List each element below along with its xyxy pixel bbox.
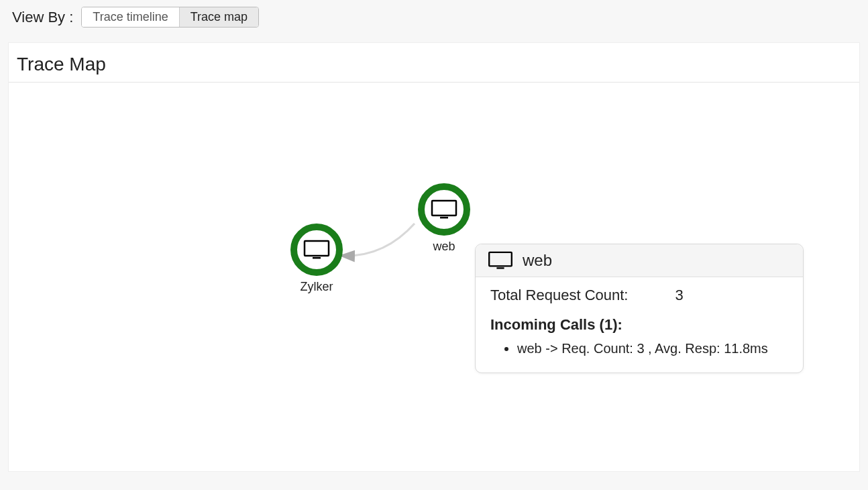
svg-rect-3 bbox=[440, 217, 448, 219]
tab-trace-map[interactable]: Trace map bbox=[179, 7, 258, 27]
node-web-label: web bbox=[433, 240, 455, 254]
tooltip-header: web bbox=[476, 244, 803, 277]
tooltip-incoming-list: web -> Req. Count: 3 , Avg. Resp: 11.8ms bbox=[490, 339, 788, 358]
node-web[interactable]: web bbox=[418, 183, 470, 254]
node-web-circle bbox=[418, 183, 470, 236]
tooltip-total-row: Total Request Count: 3 bbox=[490, 287, 788, 304]
panel-title: Trace Map bbox=[9, 43, 859, 83]
trace-map-panel: Trace Map Zylker bbox=[8, 42, 860, 472]
svg-rect-0 bbox=[305, 241, 329, 256]
view-by-toggle: Trace timeline Trace map bbox=[81, 7, 259, 28]
tooltip-incoming-label: Incoming Calls (1): bbox=[490, 316, 788, 334]
monitor-icon bbox=[431, 199, 457, 219]
node-zylker-label: Zylker bbox=[301, 280, 333, 294]
view-by-toolbar: View By : Trace timeline Trace map bbox=[0, 0, 868, 34]
node-detail-tooltip: web Total Request Count: 3 Incoming Call… bbox=[475, 244, 804, 373]
tooltip-total-label: Total Request Count: bbox=[490, 287, 628, 304]
svg-rect-5 bbox=[496, 267, 504, 268]
tooltip-total-value: 3 bbox=[675, 287, 695, 304]
tooltip-title: web bbox=[523, 251, 552, 270]
trace-map-canvas: Zylker web web Total bbox=[9, 83, 859, 458]
svg-rect-1 bbox=[313, 257, 321, 259]
tab-trace-timeline[interactable]: Trace timeline bbox=[82, 7, 178, 27]
node-zylker-circle bbox=[290, 224, 343, 276]
monitor-icon bbox=[303, 240, 330, 260]
svg-rect-4 bbox=[489, 252, 512, 266]
tooltip-body: Total Request Count: 3 Incoming Calls (1… bbox=[476, 277, 803, 373]
svg-rect-2 bbox=[432, 201, 456, 215]
view-by-label: View By : bbox=[12, 9, 73, 26]
tooltip-incoming-item: web -> Req. Count: 3 , Avg. Resp: 11.8ms bbox=[517, 339, 788, 358]
node-zylker[interactable]: Zylker bbox=[290, 224, 343, 294]
monitor-icon bbox=[488, 251, 513, 270]
